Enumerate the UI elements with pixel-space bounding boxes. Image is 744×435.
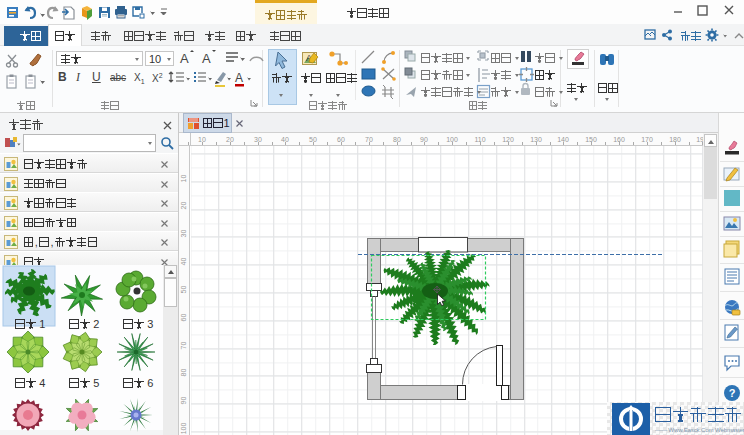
svg-text:A: A xyxy=(180,51,189,66)
svg-text:A: A xyxy=(235,71,243,85)
svg-text:?: ? xyxy=(729,387,736,399)
svg-text:A: A xyxy=(202,51,211,66)
